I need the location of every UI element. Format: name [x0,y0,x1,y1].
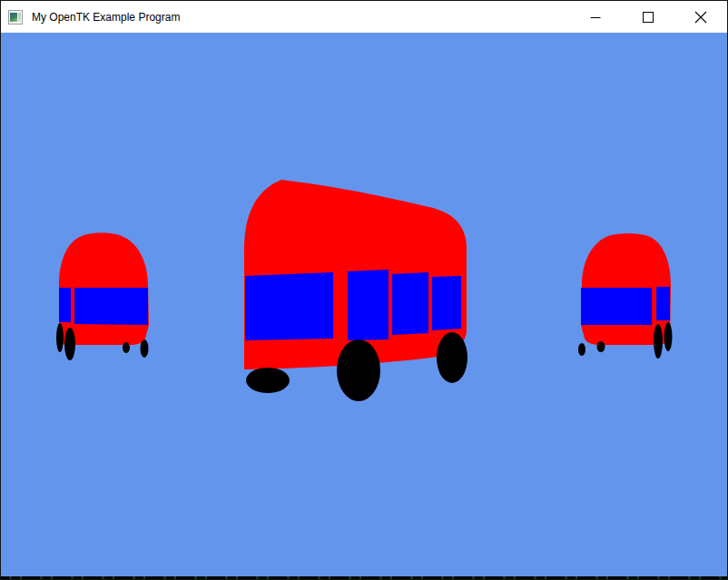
bus-left-rear-window [74,288,148,325]
bus-right-wheel-inner-left [597,341,605,352]
bus-rear-right [578,233,673,359]
gl-viewport[interactable] [1,33,727,576]
maximize-button[interactable] [622,1,674,33]
bus-center-wheel-front [246,368,290,393]
bus-right-wheel-inner-right [654,324,663,359]
bus-right-rear-window [581,288,652,325]
bus-center-side-window-1 [348,270,389,340]
close-icon [694,11,707,24]
bus-left-wheel-outer-left [56,323,64,352]
bus-right-side-window [656,287,670,320]
minimize-icon [590,12,601,23]
bus-center-side-window-2 [392,272,428,335]
title-bar[interactable]: My OpenTK Example Program [1,1,727,33]
bus-center-wheel-rear [437,332,467,383]
bus-center-wheel-middle [337,339,380,401]
bus-center-front-window [245,272,333,340]
window-title: My OpenTK Example Program [32,11,180,24]
window-controls [569,1,727,33]
app-window: My OpenTK Example Program [0,0,728,580]
app-icon-scrollbar [18,13,21,22]
bus-center-side-window-3 [432,276,461,330]
bus-rear-left [56,233,149,361]
bus-left-wheel-inner-left [64,328,75,360]
bus-right-wheel-outer-left [578,343,585,356]
bus-left-side-window [59,288,71,322]
app-icon-client-area [10,13,17,22]
bus-left-wheel-inner-right [123,342,130,353]
bus-left-wheel-outer-right [141,339,149,358]
bus-right-wheel-outer-right [664,322,673,351]
desktop-edge [1,576,727,579]
app-icon[interactable] [8,10,23,25]
close-button[interactable] [674,1,727,33]
minimize-button[interactable] [569,1,622,33]
render-canvas [1,33,727,576]
maximize-icon [643,12,654,23]
